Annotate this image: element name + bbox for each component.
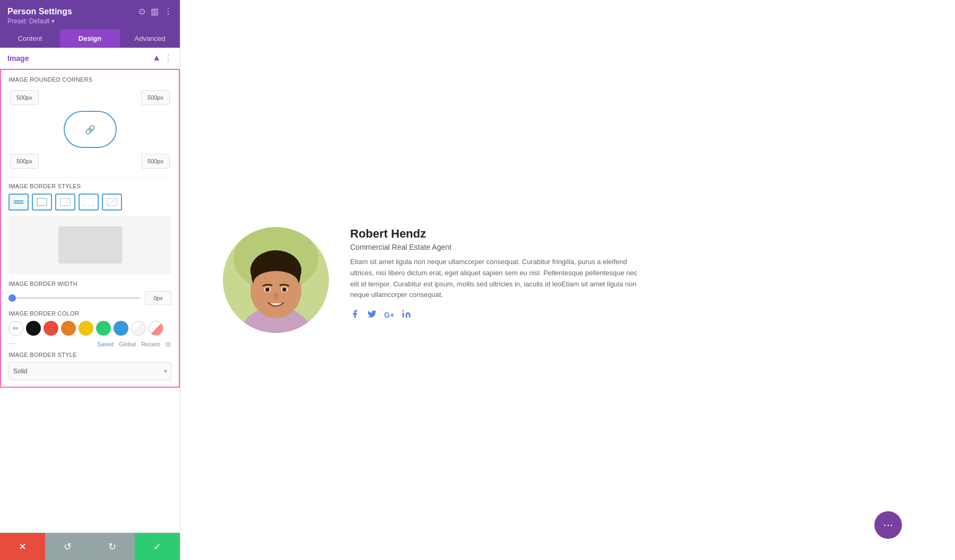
color-red[interactable]	[44, 321, 58, 336]
settings-panel: Person Settings ⊙ ▥ ⋮ Preset: Default ▾ …	[0, 0, 180, 560]
panel-body: Image ▲ ⋮ Image Rounded Corners 🔗	[0, 48, 180, 532]
avatar-svg	[223, 227, 329, 333]
tab-global[interactable]: Global	[119, 341, 136, 347]
corner-shape: 🔗	[64, 111, 117, 148]
slider-row: 0px	[8, 291, 171, 305]
border-style-dotted-btn[interactable]	[79, 194, 99, 211]
color-eraser[interactable]	[149, 321, 163, 336]
color-orange[interactable]	[61, 321, 76, 336]
rounded-corners-label: Image Rounded Corners	[8, 76, 171, 83]
border-style-outer-btn[interactable]	[32, 194, 52, 211]
panel-header-icons: ⊙ ▥ ⋮	[138, 6, 172, 16]
cancel-button[interactable]: ✕	[0, 533, 45, 560]
no-border-icon	[107, 198, 117, 206]
facebook-link[interactable]	[350, 309, 360, 321]
person-avatar	[223, 227, 329, 333]
corner-br-input[interactable]	[141, 154, 170, 169]
section-header: Image ▲ ⋮	[0, 48, 180, 69]
preset-selector[interactable]: Preset: Default ▾	[7, 18, 172, 29]
googleplus-link[interactable]: G+	[384, 309, 394, 321]
corner-bl-input[interactable]	[10, 154, 39, 169]
svg-rect-0	[14, 200, 23, 202]
corner-tr-input[interactable]	[141, 90, 170, 105]
panel-title-row: Person Settings ⊙ ▥ ⋮	[7, 6, 172, 16]
section-title: Image	[7, 54, 29, 63]
border-preview	[8, 216, 171, 274]
border-style-select-wrapper: Solid Dashed Dotted	[8, 362, 171, 380]
border-style-none-btn[interactable]	[102, 194, 122, 211]
svg-point-15	[254, 271, 298, 294]
corners-widget: 🔗	[8, 87, 171, 172]
color-black[interactable]	[26, 321, 41, 336]
svg-point-21	[403, 310, 404, 312]
color-settings-icon[interactable]: ⚙	[165, 340, 171, 348]
svg-point-17	[265, 287, 270, 292]
save-button[interactable]: ✓	[135, 533, 180, 560]
border-width-value[interactable]: 0px	[145, 291, 171, 305]
panel-title: Person Settings	[7, 7, 72, 16]
svg-point-20	[273, 292, 279, 300]
border-style-solid-btn[interactable]	[8, 194, 29, 211]
eyedropper-swatch[interactable]: ✏	[8, 321, 23, 336]
link-icon[interactable]: 🔗	[85, 125, 96, 135]
color-tabs: Saved Global Recent ⚙	[97, 339, 171, 348]
svg-rect-3	[60, 198, 70, 206]
tab-design[interactable]: Design	[60, 29, 120, 48]
svg-rect-1	[14, 203, 23, 204]
person-card: Robert Hendz Commercial Real Estate Agen…	[223, 227, 647, 333]
border-styles-row	[8, 194, 171, 211]
outer-border-icon	[37, 198, 47, 206]
undo-button[interactable]: ↺	[45, 533, 90, 560]
color-blue[interactable]	[114, 321, 128, 336]
person-job-title: Commercial Real Estate Agent	[350, 243, 647, 251]
person-info: Robert Hendz Commercial Real Estate Agen…	[350, 227, 647, 321]
svg-point-19	[282, 287, 286, 292]
more-colors-icon[interactable]: ···	[8, 339, 15, 348]
social-links: G+	[350, 309, 647, 321]
section-content: Image Rounded Corners 🔗 Image Border Sty…	[0, 69, 180, 388]
slider-thumb[interactable]	[8, 294, 16, 302]
panel-footer: ✕ ↺ ↻ ✓	[0, 532, 180, 560]
person-bio: Etiam sit amet ligula non neque ullamcor…	[350, 257, 647, 301]
tab-saved[interactable]: Saved	[97, 341, 114, 347]
border-color-label: Image Border Color	[8, 310, 171, 317]
dashed-border-icon	[60, 198, 71, 206]
svg-rect-2	[37, 198, 47, 206]
fab-icon: ···	[883, 518, 893, 532]
border-style-dashed-btn[interactable]	[55, 194, 75, 211]
dotted-border-icon	[83, 198, 94, 206]
svg-rect-4	[84, 198, 93, 206]
tab-recent[interactable]: Recent	[141, 341, 160, 347]
color-picker-row: ✏	[8, 321, 171, 336]
main-content: Robert Hendz Commercial Real Estate Agen…	[180, 0, 955, 560]
fab-button[interactable]: ···	[874, 511, 902, 539]
color-green[interactable]	[96, 321, 111, 336]
linkedin-link[interactable]	[402, 309, 411, 321]
section-more-icon[interactable]: ⋮	[164, 53, 172, 63]
panel-header: Person Settings ⊙ ▥ ⋮ Preset: Default ▾	[0, 0, 180, 29]
corner-tl-input[interactable]	[10, 90, 39, 105]
redo-button[interactable]: ↻	[90, 533, 135, 560]
panel-tabs: Content Design Advanced	[0, 29, 180, 48]
collapse-icon[interactable]: ▲	[152, 53, 161, 63]
tab-advanced[interactable]: Advanced	[120, 29, 180, 48]
solid-border-icon	[13, 198, 24, 206]
border-style-select[interactable]: Solid Dashed Dotted	[8, 362, 171, 380]
border-width-label: Image Border Width	[8, 281, 171, 287]
border-styles-label: Image Border Styles	[8, 183, 171, 189]
section-header-icons: ▲ ⋮	[152, 53, 172, 63]
svg-line-6	[107, 198, 117, 206]
color-yellow[interactable]	[79, 321, 93, 336]
color-white[interactable]	[131, 321, 146, 336]
twitter-link[interactable]	[367, 309, 377, 321]
target-icon[interactable]: ⊙	[138, 6, 145, 16]
more-icon[interactable]: ⋮	[164, 6, 172, 16]
border-preview-inner	[58, 226, 122, 264]
person-name: Robert Hendz	[350, 227, 647, 241]
tab-content[interactable]: Content	[0, 29, 60, 48]
columns-icon[interactable]: ▥	[151, 6, 159, 16]
border-width-slider[interactable]	[8, 297, 141, 299]
border-style-label: Image Border Style	[8, 352, 171, 358]
